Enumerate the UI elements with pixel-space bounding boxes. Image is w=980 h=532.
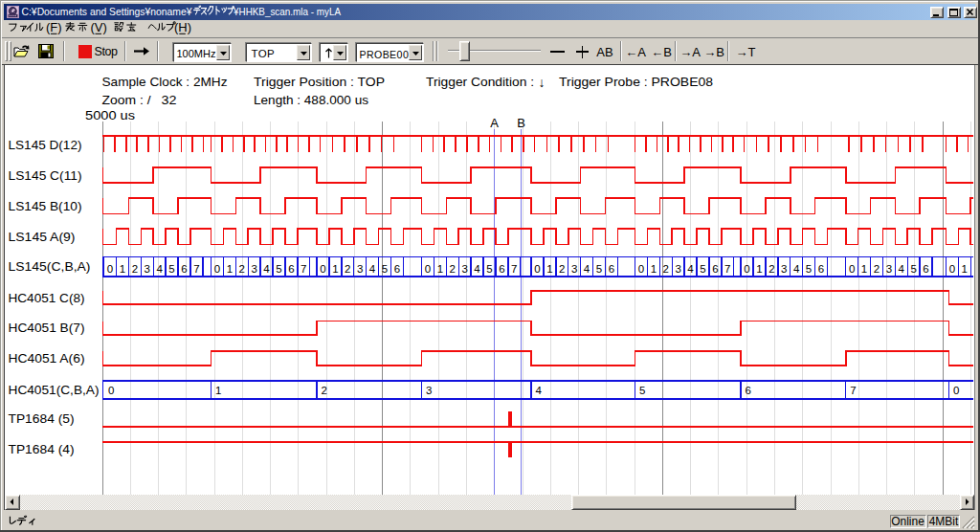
svg-text:(F): (F) bbox=[46, 20, 62, 34]
svg-text:(V): (V) bbox=[91, 20, 107, 34]
svg-text:(H): (H) bbox=[174, 20, 191, 34]
